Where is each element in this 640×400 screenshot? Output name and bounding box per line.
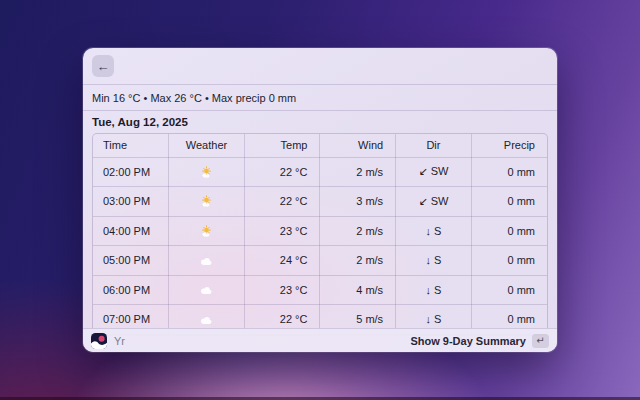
weather-cell [169, 157, 245, 187]
temp-cell: 23 °C [244, 275, 320, 305]
weather-cell [169, 275, 245, 305]
temp-cell: 24 °C [244, 246, 320, 276]
yr-logo-icon [91, 333, 107, 349]
nav-bar: ← [83, 48, 557, 84]
summary-text: Min 16 °C • Max 26 °C • Max precip 0 mm [92, 92, 296, 104]
back-arrow-icon: ← [97, 59, 110, 74]
cloud-icon [199, 316, 213, 325]
dir-cell: ↙ SW [396, 157, 472, 187]
cloud-icon [199, 257, 213, 266]
app-identity: Yr [91, 333, 125, 349]
return-key-icon: ↵ [532, 334, 549, 348]
temp-cell: 22 °C [244, 187, 320, 217]
weather-cell [169, 187, 245, 217]
weather-cell [169, 246, 245, 276]
header-dir: Dir [396, 134, 472, 157]
time-cell: 06:00 PM [93, 275, 169, 305]
cloud-icon [199, 286, 213, 295]
dir-cell: ↙ SW [396, 187, 472, 217]
wind-cell: 2 m/s [320, 157, 396, 187]
wind-cell: 3 m/s [320, 187, 396, 217]
header-temp: Temp [244, 134, 320, 157]
back-button[interactable]: ← [92, 55, 114, 77]
dir-cell: ↓ S [396, 246, 472, 276]
temp-cell: 22 °C [244, 157, 320, 187]
sun-behind-cloud-icon [199, 225, 214, 238]
precip-cell: 0 mm [471, 275, 547, 305]
temp-cell: 23 °C [244, 216, 320, 246]
wind-cell: 2 m/s [320, 246, 396, 276]
precip-cell: 0 mm [471, 187, 547, 217]
table-row: 04:00 PM [93, 216, 547, 246]
weather-cell [169, 216, 245, 246]
sun-behind-cloud-icon [199, 195, 214, 208]
time-cell: 02:00 PM [93, 157, 169, 187]
dir-cell: ↓ S [396, 275, 472, 305]
table-row: 03:00 PM [93, 187, 547, 217]
show-9-day-summary-button[interactable]: Show 9-Day Summary ↵ [410, 334, 549, 348]
table-row: 06:00 PM 23 °C 4 m/s ↓ S 0 mm [93, 275, 547, 305]
wind-cell: 4 m/s [320, 275, 396, 305]
time-cell: 04:00 PM [93, 216, 169, 246]
date-text: Tue, Aug 12, 2025 [92, 116, 188, 128]
precip-cell: 0 mm [471, 246, 547, 276]
table-row: 02:00 PM [93, 157, 547, 187]
summary-bar: Min 16 °C • Max 26 °C • Max precip 0 mm [83, 85, 557, 110]
table-row: 05:00 PM 24 °C 2 m/s ↓ S 0 mm [93, 246, 547, 276]
precip-cell: 0 mm [471, 216, 547, 246]
time-cell: 03:00 PM [93, 187, 169, 217]
header-time: Time [93, 134, 169, 157]
header-wind: Wind [320, 134, 396, 157]
header-precip: Precip [471, 134, 547, 157]
precip-cell: 0 mm [471, 157, 547, 187]
app-name: Yr [114, 335, 125, 347]
action-label: Show 9-Day Summary [410, 335, 526, 347]
hourly-forecast-table: Time Weather Temp Wind Dir Precip 02:00 … [92, 133, 548, 336]
weather-forecast-window: ← Min 16 °C • Max 26 °C • Max precip 0 m… [83, 48, 557, 352]
wind-cell: 2 m/s [320, 216, 396, 246]
dir-cell: ↓ S [396, 216, 472, 246]
header-weather: Weather [169, 134, 245, 157]
action-bar: Yr Show 9-Day Summary ↵ [83, 328, 557, 352]
sun-behind-cloud-icon [199, 166, 214, 179]
table-header-row: Time Weather Temp Wind Dir Precip [93, 134, 547, 157]
date-section-header: Tue, Aug 12, 2025 [83, 111, 557, 133]
time-cell: 05:00 PM [93, 246, 169, 276]
